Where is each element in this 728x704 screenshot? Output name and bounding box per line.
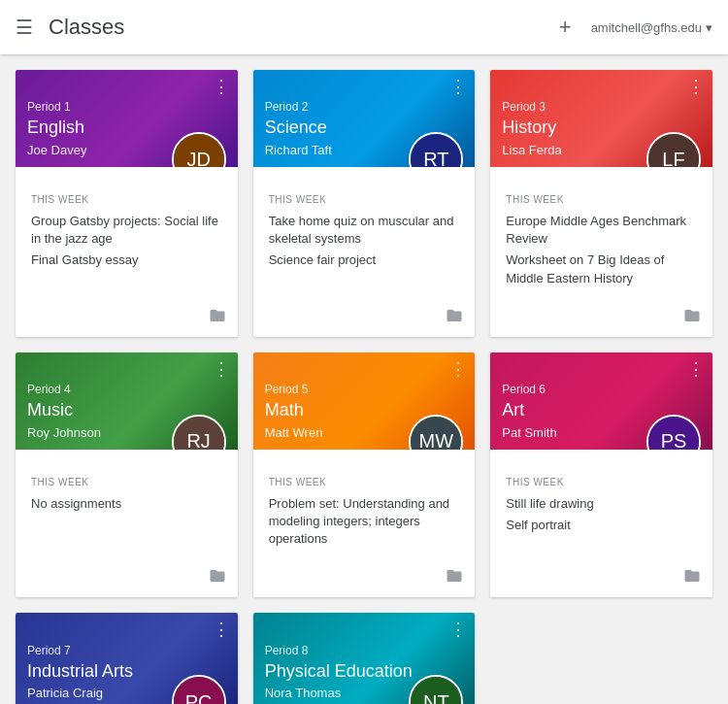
assignment-item: Worksheet on 7 Big Ideas of Middle Easte…	[506, 251, 697, 286]
app-header: ☰ Classes + amitchell@gfhs.edu ▾	[0, 0, 728, 54]
card-header-english: Period 1 English Joe Davey ⋮ JD	[16, 70, 238, 167]
week-label: THIS WEEK	[269, 194, 460, 205]
card-period: Period 2	[265, 100, 464, 114]
user-account[interactable]: amitchell@gfhs.edu ▾	[591, 20, 712, 35]
avatar-initials: PS	[648, 417, 699, 450]
week-label: THIS WEEK	[506, 477, 697, 487]
folder-icon[interactable]	[683, 567, 701, 589]
avatar-initials: JD	[174, 134, 224, 167]
card-body: THIS WEEK Group Gatsby projects: Social …	[16, 167, 238, 299]
folder-icon[interactable]	[446, 567, 463, 589]
class-card-industrial[interactable]: Period 7 Industrial Arts Patricia Craig …	[16, 613, 238, 704]
avatar-initials: RT	[411, 134, 461, 167]
card-more-icon[interactable]: ⋮	[449, 620, 467, 638]
week-label: THIS WEEK	[506, 194, 697, 205]
week-label: THIS WEEK	[31, 194, 222, 205]
card-footer	[490, 559, 712, 597]
class-card-science[interactable]: Period 2 Science Richard Taft ⋮ RT THIS …	[253, 70, 476, 337]
assignment-item: Europe Middle Ages Benchmark Review	[506, 213, 697, 248]
avatar-initials: NT	[411, 677, 461, 704]
user-email: amitchell@gfhs.edu	[591, 20, 702, 35]
assignment-item: Still life drawing	[506, 495, 697, 513]
card-period: Period 7	[27, 644, 226, 657]
card-more-icon[interactable]: ⋮	[213, 620, 230, 638]
hamburger-menu-icon[interactable]: ☰	[16, 16, 33, 39]
card-header-science: Period 2 Science Richard Taft ⋮ RT	[253, 70, 476, 167]
card-header-phys-ed: Period 8 Physical Education Nora Thomas …	[253, 613, 476, 704]
card-period: Period 5	[265, 383, 464, 396]
avatar-initials: MW	[411, 417, 461, 450]
app-title: Classes	[49, 15, 559, 40]
class-card-english[interactable]: Period 1 English Joe Davey ⋮ JD THIS WEE…	[16, 70, 238, 337]
card-header-math: Period 5 Math Matt Wren ⋮ MW	[253, 352, 476, 450]
assignment-item: No assignments	[31, 495, 222, 513]
assignment-item: Problem set: Understanding and modeling …	[269, 495, 460, 549]
card-body: THIS WEEK Problem set: Understanding and…	[253, 450, 476, 560]
card-more-icon[interactable]: ⋮	[687, 360, 705, 378]
card-period: Period 1	[27, 100, 226, 114]
card-footer	[16, 299, 238, 337]
avatar-initials: PC	[174, 677, 224, 704]
folder-icon[interactable]	[209, 307, 226, 329]
card-period: Period 3	[502, 100, 701, 114]
class-card-art[interactable]: Period 6 Art Pat Smith ⋮ PS THIS WEEK St…	[490, 352, 712, 598]
week-label: THIS WEEK	[31, 477, 222, 487]
week-label: THIS WEEK	[269, 477, 460, 487]
card-more-icon[interactable]: ⋮	[449, 360, 467, 378]
card-header-industrial: Period 7 Industrial Arts Patricia Craig …	[16, 613, 238, 704]
card-body: THIS WEEK Take home quiz on muscular and…	[253, 167, 476, 299]
avatar-initials: RJ	[174, 417, 224, 450]
add-class-icon[interactable]: +	[559, 15, 572, 40]
avatar-initials: LF	[648, 134, 699, 167]
assignment-item: Group Gatsby projects: Social life in th…	[31, 213, 222, 248]
classes-grid: Period 1 English Joe Davey ⋮ JD THIS WEE…	[0, 54, 728, 704]
assignment-item: Science fair project	[269, 251, 460, 269]
assignment-item: Final Gatsby essay	[31, 251, 222, 269]
account-chevron-icon: ▾	[706, 20, 712, 35]
card-more-icon[interactable]: ⋮	[213, 78, 230, 95]
card-body: THIS WEEK No assignments	[16, 450, 238, 560]
card-more-icon[interactable]: ⋮	[687, 78, 705, 95]
card-period: Period 6	[502, 383, 701, 396]
card-period: Period 4	[27, 383, 226, 396]
folder-icon[interactable]	[446, 307, 463, 329]
class-card-math[interactable]: Period 5 Math Matt Wren ⋮ MW THIS WEEK P…	[253, 352, 476, 598]
card-header-history: Period 3 History Lisa Ferda ⋮ LF	[490, 70, 712, 167]
card-header-art: Period 6 Art Pat Smith ⋮ PS	[490, 352, 712, 450]
card-header-music: Period 4 Music Roy Johnson ⋮ RJ	[16, 352, 238, 450]
class-card-music[interactable]: Period 4 Music Roy Johnson ⋮ RJ THIS WEE…	[16, 352, 238, 598]
class-card-phys-ed[interactable]: Period 8 Physical Education Nora Thomas …	[253, 613, 476, 704]
card-footer	[253, 299, 476, 337]
card-body: THIS WEEK Europe Middle Ages Benchmark R…	[490, 167, 712, 299]
assignment-item: Take home quiz on muscular and skeletal …	[269, 213, 460, 248]
card-more-icon[interactable]: ⋮	[213, 360, 230, 378]
card-more-icon[interactable]: ⋮	[449, 78, 467, 95]
card-period: Period 8	[265, 644, 464, 657]
assignment-item: Self portrait	[506, 517, 697, 534]
card-footer	[16, 559, 238, 597]
card-body: THIS WEEK Still life drawingSelf portrai…	[490, 450, 712, 560]
card-footer	[253, 559, 476, 597]
folder-icon[interactable]	[209, 567, 226, 589]
class-card-history[interactable]: Period 3 History Lisa Ferda ⋮ LF THIS WE…	[490, 70, 712, 337]
card-footer	[490, 299, 712, 337]
folder-icon[interactable]	[683, 307, 701, 329]
